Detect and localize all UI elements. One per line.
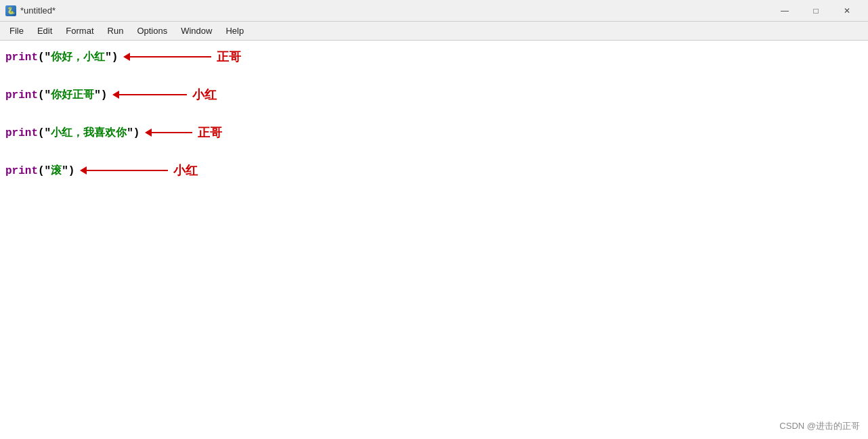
- maximize-button[interactable]: □: [800, 0, 831, 22]
- punc-close-2: "): [94, 89, 107, 101]
- punc-open-2: (": [38, 89, 51, 101]
- keyword-1: print: [5, 51, 38, 64]
- arrow-line-3: [152, 132, 192, 133]
- menu-item-window[interactable]: Window: [174, 23, 219, 39]
- keyword-3: print: [5, 127, 38, 139]
- code-line-2: print("你好正哥")小红: [5, 85, 863, 104]
- menu-item-options[interactable]: Options: [130, 23, 174, 39]
- title-left: 🐍 *untitled*: [5, 5, 56, 16]
- arrow-3: [145, 129, 192, 137]
- punc-close-3: "): [127, 127, 139, 139]
- code-line-1: print("你好，小红")正哥: [5, 47, 863, 66]
- menu-item-format[interactable]: Format: [59, 23, 100, 39]
- editor-area[interactable]: print("你好，小红")正哥print("你好正哥")小红print("小红…: [0, 41, 868, 439]
- title-bar: 🐍 *untitled* — □ ✕: [0, 0, 868, 22]
- menu-item-file[interactable]: File: [3, 23, 30, 39]
- punc-close-1: "): [105, 51, 118, 64]
- arrow-1: [123, 53, 211, 61]
- string-content-2: 你好正哥: [51, 89, 94, 101]
- menu-item-help[interactable]: Help: [219, 23, 251, 39]
- code-text-4: print("滚"): [5, 164, 74, 178]
- annotation-label-4: 小红: [173, 162, 198, 179]
- arrow-head-4: [80, 166, 87, 175]
- annotation-2: 小红: [112, 87, 217, 103]
- annotation-label-1: 正哥: [217, 49, 241, 65]
- punc-open-3: (": [38, 127, 51, 139]
- arrow-line-1: [130, 56, 211, 57]
- punc-open-4: (": [38, 165, 51, 177]
- arrow-2: [112, 91, 187, 99]
- code-line-4: print("滚")小红: [5, 161, 863, 180]
- code-line-3: print("小红，我喜欢你")正哥: [5, 123, 863, 142]
- arrow-head-1: [123, 53, 130, 61]
- minimize-button[interactable]: —: [769, 0, 800, 22]
- arrow-line-2: [119, 94, 187, 95]
- app-icon: 🐍: [5, 5, 16, 16]
- arrow-line-4: [87, 170, 168, 171]
- arrow-head-2: [112, 91, 119, 99]
- menu-item-edit[interactable]: Edit: [30, 23, 59, 39]
- code-text-2: print("你好正哥"): [5, 88, 107, 102]
- arrow-4: [80, 166, 168, 175]
- menu-bar: FileEditFormatRunOptionsWindowHelp: [0, 22, 868, 41]
- keyword-2: print: [5, 89, 38, 101]
- window-title: *untitled*: [20, 5, 56, 16]
- string-content-1: 你好，小红: [51, 51, 105, 64]
- string-content-4: 滚: [51, 165, 62, 177]
- window-controls: — □ ✕: [769, 0, 863, 22]
- annotation-4: 小红: [80, 162, 198, 179]
- code-text-1: print("你好，小红"): [5, 50, 118, 64]
- string-content-3: 小红，我喜欢你: [51, 127, 127, 139]
- menu-item-run[interactable]: Run: [101, 23, 131, 39]
- watermark: CSDN @进击的正哥: [779, 420, 860, 432]
- punc-close-4: "): [62, 165, 74, 177]
- annotation-1: 正哥: [123, 49, 241, 65]
- arrow-head-3: [145, 129, 152, 137]
- annotation-label-2: 小红: [192, 87, 217, 103]
- punc-open-1: (": [38, 51, 51, 64]
- annotation-label-3: 正哥: [198, 124, 222, 141]
- close-button[interactable]: ✕: [831, 0, 863, 22]
- code-text-3: print("小红，我喜欢你"): [5, 126, 139, 140]
- annotation-3: 正哥: [145, 124, 222, 141]
- keyword-4: print: [5, 165, 38, 177]
